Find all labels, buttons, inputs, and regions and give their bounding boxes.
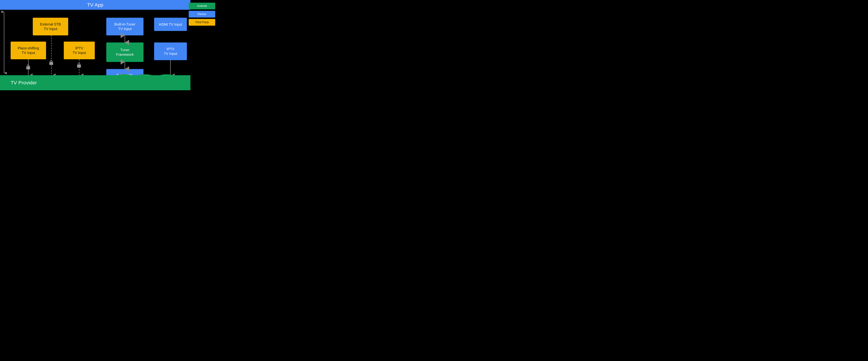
main-left-arrow <box>1 10 7 75</box>
legend: Android Device Third Party <box>189 3 215 26</box>
lock-placeshifting <box>26 65 30 69</box>
lock-external-stb <box>49 60 53 65</box>
iptv-left-box: IPTVTV Input <box>64 41 95 59</box>
tv-provider-label: TV Provider <box>11 80 37 86</box>
legend-third-party: Third Party <box>189 19 215 26</box>
external-stb-box: External STBTV Input <box>33 18 68 35</box>
lock-iptv-left <box>77 63 81 68</box>
hdmi-input-box: HDMI TV Input <box>154 18 187 31</box>
tv-provider-bar: TV Provider <box>0 75 190 90</box>
legend-android: Android <box>189 3 215 9</box>
builtin-tuner-box: Built-in-TunerTV Input <box>106 18 144 35</box>
tuner-framework-box: TunerFramework <box>106 42 144 62</box>
tv-app-label: TV App <box>87 2 103 8</box>
tv-app-bar: TV App <box>0 0 190 10</box>
placeshifting-box: Place-shiftingTV Input <box>11 41 46 59</box>
iptv-right-box: IPTVTV Input <box>154 42 187 60</box>
legend-device: Device <box>189 11 215 18</box>
